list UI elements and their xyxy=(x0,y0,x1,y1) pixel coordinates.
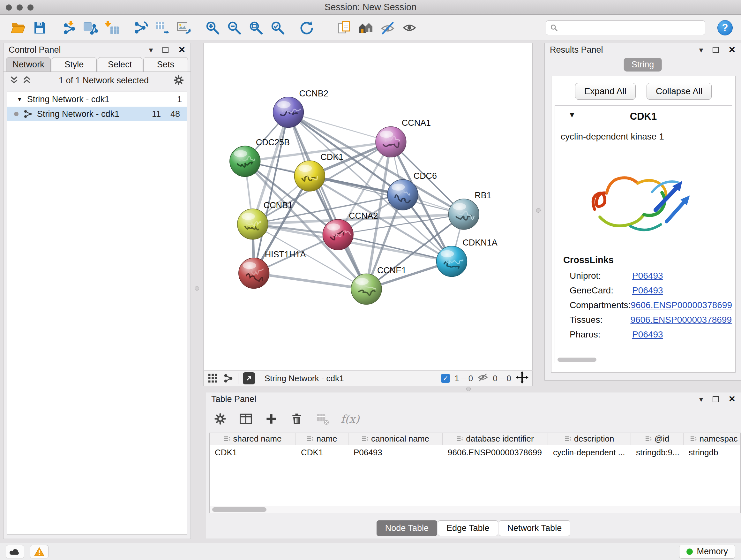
panel-close-icon[interactable]: ✕ xyxy=(728,45,736,55)
column-header-database-identifier[interactable]: database identifier xyxy=(443,433,548,445)
search-input[interactable] xyxy=(561,23,701,33)
panel-menu-caret-icon[interactable]: ▾ xyxy=(149,45,153,55)
network-row-selected[interactable]: String Network - cdk1 11 48 xyxy=(7,107,187,121)
tab-select[interactable]: Select xyxy=(98,57,142,71)
import-network-database-button[interactable] xyxy=(80,18,99,38)
crosslink-value-link[interactable]: 9606.ENSP00000378699 xyxy=(630,298,732,313)
tab-node-table[interactable]: Node Table xyxy=(377,520,437,536)
import-table-file-button[interactable] xyxy=(102,18,121,38)
crosslink-value-link[interactable]: 9606.ENSP00000378699 xyxy=(630,313,732,327)
column-header-description[interactable]: description xyxy=(548,433,631,445)
panel-float-icon[interactable] xyxy=(162,47,169,53)
save-session-button[interactable] xyxy=(30,18,49,38)
cloud-status-button[interactable] xyxy=(6,545,24,558)
right-splitter-handle[interactable] xyxy=(536,208,541,212)
column-header--id[interactable]: @id xyxy=(631,433,684,445)
export-image-button[interactable] xyxy=(174,18,193,38)
zoom-selected-button[interactable] xyxy=(268,18,287,38)
network-node-ccne1[interactable] xyxy=(351,274,382,305)
network-collection-row[interactable]: ▼ String Network - cdk1 1 xyxy=(7,92,187,107)
tab-edge-table[interactable]: Edge Table xyxy=(438,520,498,536)
expand-all-networks-button[interactable] xyxy=(22,75,31,86)
table-cell: stringdb xyxy=(684,445,741,459)
tab-sets[interactable]: Sets xyxy=(143,57,188,71)
export-table-button[interactable] xyxy=(152,18,172,38)
close-window-button[interactable] xyxy=(6,4,12,10)
network-node-cdc6[interactable] xyxy=(387,179,418,210)
open-session-button[interactable] xyxy=(8,18,27,38)
show-columns-button[interactable] xyxy=(239,412,253,426)
network-node-ccnb1[interactable] xyxy=(238,209,268,240)
panel-float-icon[interactable] xyxy=(713,47,719,53)
column-header-shared-name[interactable]: shared name xyxy=(210,433,296,445)
network-node-rb1[interactable] xyxy=(449,199,479,230)
zoom-window-button[interactable] xyxy=(27,4,33,10)
zoom-fit-button[interactable] xyxy=(246,18,266,38)
column-header-name[interactable]: name xyxy=(296,433,348,445)
network-node-cdk1[interactable] xyxy=(294,161,325,191)
network-node-ccnb2[interactable] xyxy=(273,97,304,128)
table-row[interactable]: CDK1CDK1P064939606.ENSP00000378699cyclin… xyxy=(210,445,740,459)
crosslink-value-link[interactable]: P06493 xyxy=(632,283,663,298)
panel-menu-caret-icon[interactable]: ▾ xyxy=(699,395,703,404)
view-grid-button[interactable] xyxy=(207,373,218,384)
toggle-graphics-details-button[interactable] xyxy=(400,18,419,38)
tab-network[interactable]: Network xyxy=(6,57,51,71)
node-label: HIST1H1A xyxy=(265,250,306,259)
network-edge[interactable] xyxy=(254,112,288,273)
network-canvas[interactable]: CCNB2CCNA1CDC25BCDK1CDC6RB1CCNB1CCNA2CDK… xyxy=(203,43,533,370)
new-network-from-selection-button[interactable] xyxy=(131,18,150,38)
help-button[interactable]: ? xyxy=(718,20,733,36)
column-header-namespac[interactable]: namespac xyxy=(684,433,741,445)
warning-icon xyxy=(33,547,45,557)
network-edge[interactable] xyxy=(254,273,366,289)
network-node-cdkn1a[interactable] xyxy=(436,246,467,277)
view-network-button[interactable] xyxy=(223,373,233,384)
network-node-ccna1[interactable] xyxy=(376,126,406,157)
network-options-button[interactable] xyxy=(173,74,185,87)
create-column-button[interactable] xyxy=(264,412,278,426)
results-horizontal-scrollbar[interactable] xyxy=(557,358,596,362)
clipboard-button[interactable] xyxy=(335,18,354,38)
warnings-button[interactable] xyxy=(30,545,49,558)
network-node-hist1h1a[interactable] xyxy=(239,258,269,289)
zoom-in-button[interactable] xyxy=(203,18,222,38)
crosslink-value-link[interactable]: P06493 xyxy=(632,327,663,342)
panel-close-icon[interactable]: ✕ xyxy=(728,394,736,404)
section-collapse-caret-icon[interactable]: ▼ xyxy=(568,111,576,119)
crosslink-row: GeneCard:P06493 xyxy=(555,283,732,298)
network-node-ccna2[interactable] xyxy=(323,219,353,250)
network-node-cdc25b[interactable] xyxy=(230,146,260,177)
table-options-button[interactable] xyxy=(213,412,227,426)
column-header-canonical-name[interactable]: canonical name xyxy=(348,433,443,445)
toggle-annotations-button[interactable] xyxy=(378,18,397,38)
table-scrollbar-thumb[interactable] xyxy=(212,507,266,512)
network-edge[interactable] xyxy=(288,112,366,289)
left-splitter-handle[interactable] xyxy=(195,286,199,291)
expand-all-button[interactable]: Expand All xyxy=(575,83,636,100)
import-network-file-button[interactable] xyxy=(59,18,78,38)
table-cell: CDK1 xyxy=(296,445,348,459)
collapse-all-networks-button[interactable] xyxy=(9,75,19,86)
tab-string[interactable]: String xyxy=(624,58,662,71)
panel-menu-caret-icon[interactable]: ▾ xyxy=(699,45,703,55)
window-titlebar: Session: New Session xyxy=(0,0,741,15)
delete-column-button[interactable] xyxy=(290,412,304,426)
collapse-all-button[interactable]: Collapse All xyxy=(647,83,712,100)
function-builder-button[interactable]: f(x) xyxy=(341,413,359,425)
detach-view-button[interactable] xyxy=(243,372,255,384)
tab-network-table[interactable]: Network Table xyxy=(499,520,570,536)
apply-layout-button[interactable] xyxy=(297,18,316,38)
bottom-splitter-handle[interactable] xyxy=(466,387,471,391)
panel-float-icon[interactable] xyxy=(713,396,719,402)
pan-crosshair-button[interactable] xyxy=(516,371,529,386)
birdseye-view-button[interactable] xyxy=(356,18,376,38)
panel-close-icon[interactable]: ✕ xyxy=(178,45,185,55)
selected-checkbox-icon[interactable]: ✓ xyxy=(441,374,450,383)
crosslink-value-link[interactable]: P06493 xyxy=(632,268,663,283)
minimize-window-button[interactable] xyxy=(17,4,23,10)
tree-expand-caret-icon[interactable]: ▼ xyxy=(17,96,23,103)
tab-style[interactable]: Style xyxy=(52,57,96,71)
zoom-out-button[interactable] xyxy=(225,18,244,38)
memory-button[interactable]: Memory xyxy=(679,545,735,559)
